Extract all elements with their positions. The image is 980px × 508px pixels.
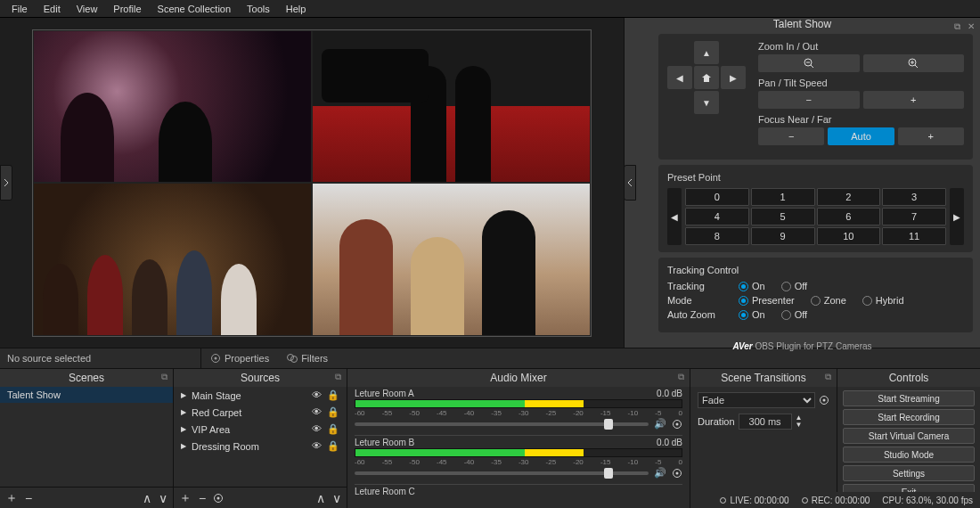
menu-bar: File Edit View Profile Scene Collection … [0, 0, 980, 18]
undock-icon[interactable]: ⧉ [161, 372, 167, 382]
preset-9[interactable]: 9 [751, 227, 815, 245]
preview-canvas[interactable] [32, 29, 592, 337]
tracking-off-radio[interactable]: Off [781, 281, 807, 291]
play-icon: ▶ [181, 425, 186, 433]
preset-next-button[interactable]: ▶ [950, 188, 964, 245]
preset-5[interactable]: 5 [751, 208, 815, 225]
undock-icon[interactable]: ⧉ [954, 21, 960, 32]
menu-file[interactable]: File [4, 4, 36, 14]
preset-8[interactable]: 8 [685, 227, 749, 245]
start-recording-button[interactable]: Start Recording [843, 409, 975, 425]
eye-icon[interactable]: 👁 [312, 389, 322, 401]
preset-7[interactable]: 7 [882, 208, 946, 225]
undock-icon[interactable]: ⧉ [335, 372, 341, 382]
add-source-button[interactable]: ＋ [179, 490, 192, 506]
audio-scale: -60-55-50-45-40-35-30-25-20-15-10-50 [355, 458, 682, 466]
mode-hybrid-radio[interactable]: Hybrid [862, 295, 904, 306]
speed-down-button[interactable]: − [758, 91, 860, 109]
settings-button[interactable]: Settings [843, 465, 975, 481]
properties-button[interactable]: Properties [201, 348, 278, 368]
preset-0[interactable]: 0 [685, 188, 749, 206]
source-item[interactable]: ▶Dressing Room👁🔒 [174, 438, 347, 455]
gear-icon [819, 395, 829, 406]
focus-far-button[interactable]: + [898, 127, 964, 145]
speaker-icon[interactable]: 🔊 [654, 418, 666, 430]
tracking-on-radio[interactable]: On [739, 281, 765, 291]
preset-2[interactable]: 2 [817, 188, 881, 206]
remove-scene-button[interactable]: − [25, 491, 32, 505]
source-settings-button[interactable] [213, 493, 224, 504]
left-dock-toggle[interactable] [0, 165, 12, 201]
ptz-controls-box: ▲ ◀ ▶ ▼ Zoom In / Out Pan / Tilt Speed [658, 34, 973, 160]
preset-1[interactable]: 1 [751, 188, 815, 206]
ptz-down-button[interactable]: ▼ [694, 91, 719, 114]
menu-scene-collection[interactable]: Scene Collection [150, 4, 240, 14]
duration-stepper[interactable]: ▲▼ [796, 414, 803, 429]
transitions-title: Scene Transitions [721, 372, 805, 384]
undock-icon[interactable]: ⧉ [825, 372, 831, 382]
zoom-in-icon [908, 58, 919, 69]
preset-6[interactable]: 6 [817, 208, 881, 225]
preset-prev-button[interactable]: ◀ [667, 188, 682, 245]
duration-input[interactable] [739, 414, 792, 430]
right-dock-toggle[interactable] [624, 165, 636, 201]
scene-down-button[interactable]: ∨ [159, 491, 167, 505]
focus-near-button[interactable]: − [758, 127, 824, 145]
speed-up-button[interactable]: + [863, 91, 965, 109]
zoom-in-button[interactable] [863, 54, 965, 72]
preset-10[interactable]: 10 [817, 227, 881, 245]
filters-button[interactable]: Filters [278, 348, 337, 368]
lock-icon[interactable]: 🔒 [327, 423, 339, 435]
source-item[interactable]: ▶Red Carpet👁🔒 [174, 404, 347, 421]
source-item[interactable]: ▶VIP Area👁🔒 [174, 421, 347, 438]
menu-view[interactable]: View [69, 4, 106, 14]
menu-edit[interactable]: Edit [36, 4, 69, 14]
transition-settings-button[interactable] [819, 395, 829, 406]
eye-icon[interactable]: 👁 [312, 440, 322, 452]
tracking-header: Tracking Control [667, 265, 964, 275]
close-icon[interactable]: ✕ [968, 21, 975, 32]
studio-mode-button[interactable]: Studio Mode [843, 447, 975, 463]
lock-icon[interactable]: 🔒 [327, 389, 339, 401]
remove-source-button[interactable]: − [199, 491, 206, 505]
preset-4[interactable]: 4 [685, 208, 749, 225]
focus-auto-button[interactable]: Auto [828, 127, 894, 145]
menu-tools[interactable]: Tools [239, 4, 278, 14]
ptz-right-button[interactable]: ▶ [721, 66, 746, 89]
volume-slider[interactable] [355, 471, 649, 475]
mode-zone-radio[interactable]: Zone [811, 295, 846, 306]
mode-presenter-radio[interactable]: Presenter [739, 295, 795, 306]
home-icon [701, 72, 712, 83]
preset-3[interactable]: 3 [882, 188, 946, 206]
channel-settings-button[interactable] [672, 419, 682, 430]
autozoom-label: Auto Zoom [667, 309, 739, 320]
transition-select[interactable]: Fade [698, 392, 815, 408]
undock-icon[interactable]: ⧉ [678, 372, 684, 382]
lock-icon[interactable]: 🔒 [327, 406, 339, 418]
autozoom-off-radio[interactable]: Off [781, 309, 807, 320]
volume-slider[interactable] [355, 422, 649, 426]
play-icon: ▶ [181, 442, 186, 450]
source-item[interactable]: ▶Main Stage👁🔒 [174, 387, 347, 404]
source-down-button[interactable]: ∨ [332, 491, 341, 505]
lock-icon[interactable]: 🔒 [327, 440, 339, 452]
menu-help[interactable]: Help [278, 4, 314, 14]
ptz-home-button[interactable] [694, 66, 719, 89]
start-virtual-camera-button[interactable]: Start Virtual Camera [843, 428, 975, 444]
speaker-icon[interactable]: 🔊 [654, 467, 666, 479]
eye-icon[interactable]: 👁 [312, 406, 322, 418]
eye-icon[interactable]: 👁 [312, 423, 322, 435]
start-streaming-button[interactable]: Start Streaming [843, 390, 975, 406]
ptz-up-button[interactable]: ▲ [694, 41, 719, 64]
source-up-button[interactable]: ∧ [316, 491, 325, 505]
autozoom-on-radio[interactable]: On [739, 309, 765, 320]
channel-settings-button[interactable] [672, 468, 682, 479]
menu-profile[interactable]: Profile [105, 4, 149, 14]
zoom-out-button[interactable] [758, 54, 860, 72]
scene-item[interactable]: Talent Show [0, 387, 173, 403]
scene-up-button[interactable]: ∧ [143, 491, 151, 505]
add-scene-button[interactable]: ＋ [5, 490, 18, 506]
controls-panel: Controls Start Streaming Start Recording… [837, 369, 980, 508]
preset-11[interactable]: 11 [882, 227, 946, 245]
ptz-left-button[interactable]: ◀ [667, 66, 692, 89]
